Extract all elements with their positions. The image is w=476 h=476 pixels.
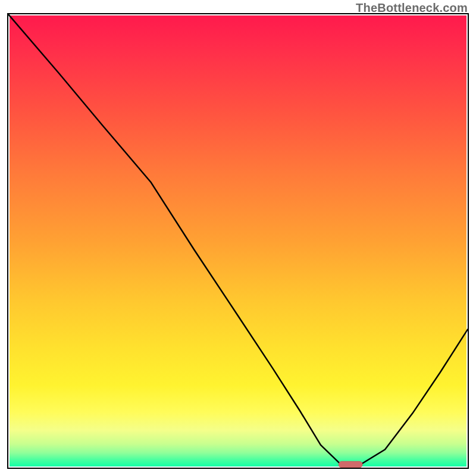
bottleneck-curve <box>8 14 468 465</box>
plot-svg <box>8 14 468 468</box>
marker-capsule <box>339 461 362 468</box>
curve-layer <box>8 14 468 465</box>
chart-frame: TheBottleneck.com <box>0 0 476 476</box>
marker-layer <box>339 461 362 468</box>
plot-border <box>7 13 469 469</box>
